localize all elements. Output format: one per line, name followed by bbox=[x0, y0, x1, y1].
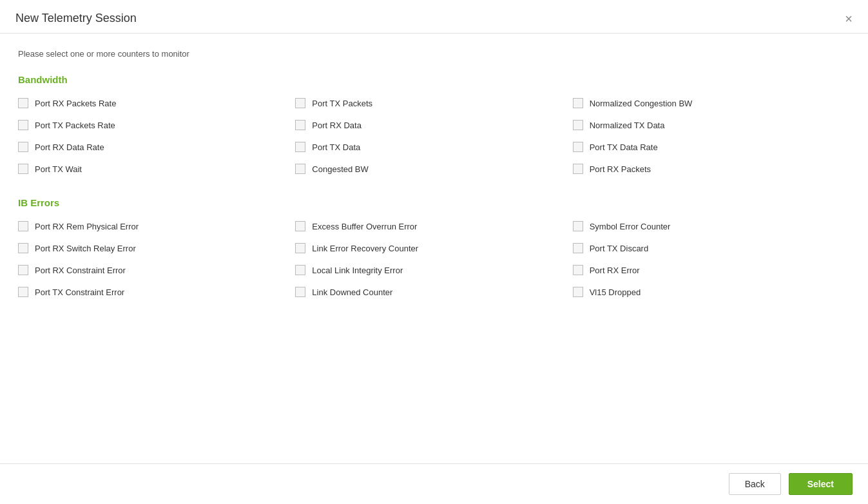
counter-checkbox[interactable] bbox=[295, 98, 305, 108]
counter-item: Port RX Packets bbox=[573, 161, 850, 177]
back-button[interactable]: Back bbox=[729, 473, 781, 495]
counter-item: Port RX Data bbox=[295, 117, 572, 133]
counter-item: Normalized TX Data bbox=[573, 117, 850, 133]
counter-label: Port RX Switch Relay Error bbox=[35, 244, 136, 253]
counter-label: Excess Buffer Overrun Error bbox=[312, 222, 417, 231]
subtitle: Please select one or more counters to mo… bbox=[18, 49, 850, 59]
counter-checkbox[interactable] bbox=[295, 243, 305, 253]
counter-label: Port TX Packets bbox=[312, 99, 372, 108]
counter-checkbox[interactable] bbox=[573, 221, 583, 231]
dialog-title: New Telemetry Session bbox=[15, 12, 137, 25]
counter-item: Port RX Data Rate bbox=[18, 139, 295, 155]
counter-checkbox[interactable] bbox=[295, 120, 305, 130]
counter-label: Port TX Discard bbox=[590, 244, 649, 253]
counter-checkbox[interactable] bbox=[295, 221, 305, 231]
counter-label: Port TX Wait bbox=[35, 164, 82, 174]
counter-checkbox[interactable] bbox=[18, 98, 28, 108]
counter-item: Port TX Data Rate bbox=[573, 139, 850, 155]
counter-label: Port RX Error bbox=[590, 266, 640, 275]
counter-label: Normalized TX Data bbox=[590, 121, 665, 130]
dialog-header: New Telemetry Session × bbox=[0, 0, 868, 34]
counter-checkbox[interactable] bbox=[573, 287, 583, 297]
counter-label: Port TX Data bbox=[312, 142, 360, 152]
counter-checkbox[interactable] bbox=[18, 221, 28, 231]
bandwidth-section-title: Bandwidth bbox=[18, 74, 850, 85]
ib-errors-section-title: IB Errors bbox=[18, 197, 850, 208]
counter-checkbox[interactable] bbox=[18, 164, 28, 174]
counter-label: Symbol Error Counter bbox=[590, 222, 671, 231]
counter-checkbox[interactable] bbox=[18, 265, 28, 275]
counter-item: Link Downed Counter bbox=[295, 284, 572, 300]
counter-item: Port RX Rem Physical Error bbox=[18, 218, 295, 234]
counter-label: Congested BW bbox=[312, 164, 368, 174]
counter-item: Port RX Switch Relay Error bbox=[18, 240, 295, 256]
counter-item: Symbol Error Counter bbox=[573, 218, 850, 234]
counter-checkbox[interactable] bbox=[573, 243, 583, 253]
counter-item: Port RX Constraint Error bbox=[18, 262, 295, 278]
counter-item: Normalized Congestion BW bbox=[573, 95, 850, 111]
counter-checkbox[interactable] bbox=[295, 265, 305, 275]
counter-label: Port RX Packets Rate bbox=[35, 99, 116, 108]
counter-item: Port TX Packets bbox=[295, 95, 572, 111]
counter-item: Port TX Constraint Error bbox=[18, 284, 295, 300]
counter-item: Port RX Packets Rate bbox=[18, 95, 295, 111]
counter-label: Normalized Congestion BW bbox=[590, 99, 693, 108]
counter-label: Vl15 Dropped bbox=[590, 287, 641, 297]
counter-checkbox[interactable] bbox=[573, 120, 583, 130]
counter-item: Port TX Data bbox=[295, 139, 572, 155]
counter-label: Port RX Data Rate bbox=[35, 142, 104, 152]
counter-checkbox[interactable] bbox=[295, 142, 305, 152]
close-button[interactable]: × bbox=[845, 12, 853, 25]
counter-checkbox[interactable] bbox=[573, 98, 583, 108]
bandwidth-counters-grid: Port RX Packets RatePort TX PacketsNorma… bbox=[18, 95, 850, 177]
new-telemetry-dialog: New Telemetry Session × Please select on… bbox=[0, 0, 868, 504]
counter-item: Excess Buffer Overrun Error bbox=[295, 218, 572, 234]
dialog-footer: Back Select bbox=[0, 463, 868, 504]
counter-checkbox[interactable] bbox=[18, 120, 28, 130]
counter-checkbox[interactable] bbox=[18, 142, 28, 152]
counter-label: Port TX Packets Rate bbox=[35, 121, 115, 130]
counter-item: Link Error Recovery Counter bbox=[295, 240, 572, 256]
counter-checkbox[interactable] bbox=[573, 142, 583, 152]
counter-item: Port TX Wait bbox=[18, 161, 295, 177]
counter-item: Congested BW bbox=[295, 161, 572, 177]
dialog-body: Please select one or more counters to mo… bbox=[0, 34, 868, 463]
counter-checkbox[interactable] bbox=[573, 265, 583, 275]
counter-label: Port RX Packets bbox=[590, 164, 651, 174]
counter-item: Port TX Discard bbox=[573, 240, 850, 256]
counter-checkbox[interactable] bbox=[18, 243, 28, 253]
select-button[interactable]: Select bbox=[789, 473, 853, 495]
counter-item: Vl15 Dropped bbox=[573, 284, 850, 300]
counter-checkbox[interactable] bbox=[295, 287, 305, 297]
counter-item: Port TX Packets Rate bbox=[18, 117, 295, 133]
counter-checkbox[interactable] bbox=[18, 287, 28, 297]
counter-label: Link Downed Counter bbox=[312, 287, 392, 297]
counter-label: Port RX Data bbox=[312, 121, 362, 130]
counter-label: Port TX Data Rate bbox=[590, 142, 658, 152]
counter-label: Port RX Constraint Error bbox=[35, 266, 126, 275]
ib-errors-counters-grid: Port RX Rem Physical ErrorExcess Buffer … bbox=[18, 218, 850, 300]
counter-label: Port TX Constraint Error bbox=[35, 287, 124, 297]
counter-checkbox[interactable] bbox=[573, 164, 583, 174]
counter-label: Port RX Rem Physical Error bbox=[35, 222, 139, 231]
counter-label: Local Link Integrity Error bbox=[312, 266, 403, 275]
counter-item: Local Link Integrity Error bbox=[295, 262, 572, 278]
counter-checkbox[interactable] bbox=[295, 164, 305, 174]
counter-item: Port RX Error bbox=[573, 262, 850, 278]
counter-label: Link Error Recovery Counter bbox=[312, 244, 418, 253]
